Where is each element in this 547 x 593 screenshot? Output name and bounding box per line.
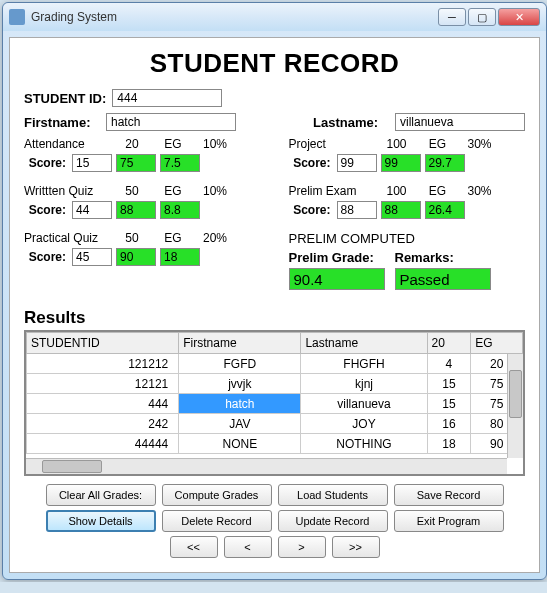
item-writtten-quiz: Writtten Quiz 50 EG 10% Score: 88 8.8 [24, 184, 261, 219]
delete-record-button[interactable]: Delete Record [162, 510, 272, 532]
eg-label: EG [152, 137, 194, 151]
col-header[interactable]: 20 [427, 333, 471, 354]
table-cell[interactable]: 16 [427, 414, 471, 434]
left-column: Attendance 20 EG 10% Score: 75 7.5 Writt… [24, 137, 261, 302]
table-row[interactable]: 444hatchvillanueva1575 [27, 394, 523, 414]
eg-label: EG [417, 137, 459, 151]
horizontal-scroll-thumb[interactable] [42, 460, 102, 473]
score-label: Score: [24, 156, 72, 170]
table-cell[interactable]: NOTHING [301, 434, 427, 454]
button-panel: Clear All Grades:Compute GradesLoad Stud… [24, 484, 525, 558]
table-cell[interactable]: FHGFH [301, 354, 427, 374]
score-label: Score: [24, 250, 72, 264]
table-row[interactable]: 44444NONENOTHING1890 [27, 434, 523, 454]
maximize-button[interactable]: ▢ [468, 8, 496, 26]
load-students-button[interactable]: Load Students [278, 484, 388, 506]
item-name: Writtten Quiz [24, 184, 112, 198]
table-row[interactable]: 121212FGFDFHGFH420 [27, 354, 523, 374]
score-input[interactable] [72, 154, 112, 172]
eg-value: 75 [116, 154, 156, 172]
col-header[interactable]: EG [471, 333, 523, 354]
results-table[interactable]: STUDENTIDFirstnameLastname20EG 121212FGF… [26, 332, 523, 454]
table-cell[interactable]: JAV [179, 414, 301, 434]
item-project: Project 100 EG 30% Score: 99 29.7 [289, 137, 526, 172]
lastname-input[interactable] [395, 113, 525, 131]
horizontal-scrollbar[interactable] [26, 458, 507, 474]
item-name: Practical Quiz [24, 231, 112, 245]
nav-first-button[interactable]: << [170, 536, 218, 558]
firstname-input[interactable] [106, 113, 236, 131]
lastname-label: Lastname: [313, 115, 389, 130]
weighted-value: 8.8 [160, 201, 200, 219]
minimize-button[interactable]: ─ [438, 8, 466, 26]
prelim-title: PRELIM COMPUTED [289, 231, 526, 246]
table-cell[interactable]: 4 [427, 354, 471, 374]
remarks-value: Passed [395, 268, 491, 290]
show-details-button[interactable]: Show Details [46, 510, 156, 532]
window-title: Grading System [31, 10, 438, 24]
compute-grades-button[interactable]: Compute Grades [162, 484, 272, 506]
student-id-label: STUDENT ID: [24, 91, 106, 106]
score-input[interactable] [72, 248, 112, 266]
pct-label: 30% [459, 137, 501, 151]
item-max: 100 [377, 184, 417, 198]
table-cell[interactable]: villanueva [301, 394, 427, 414]
nav-last-button[interactable]: >> [332, 536, 380, 558]
eg-label: EG [152, 231, 194, 245]
item-practical-quiz: Practical Quiz 50 EG 20% Score: 90 18 [24, 231, 261, 266]
item-max: 50 [112, 184, 152, 198]
titlebar[interactable]: Grading System ─ ▢ ✕ [3, 3, 546, 31]
table-cell[interactable]: 44444 [27, 434, 179, 454]
table-cell[interactable]: 12121 [27, 374, 179, 394]
update-record-button[interactable]: Update Record [278, 510, 388, 532]
nav-prev-button[interactable]: < [224, 536, 272, 558]
col-header[interactable]: Firstname [179, 333, 301, 354]
score-input[interactable] [337, 201, 377, 219]
nav-next-button[interactable]: > [278, 536, 326, 558]
item-prelim-exam: Prelim Exam 100 EG 30% Score: 88 26.4 [289, 184, 526, 219]
table-cell[interactable]: FGFD [179, 354, 301, 374]
col-header[interactable]: STUDENTID [27, 333, 179, 354]
eg-value: 88 [116, 201, 156, 219]
results-table-wrap: STUDENTIDFirstnameLastname20EG 121212FGF… [24, 330, 525, 476]
close-button[interactable]: ✕ [498, 8, 540, 26]
vertical-scroll-thumb[interactable] [509, 370, 522, 418]
table-cell[interactable]: 121212 [27, 354, 179, 374]
weighted-value: 29.7 [425, 154, 465, 172]
eg-value: 90 [116, 248, 156, 266]
table-cell[interactable]: 18 [427, 434, 471, 454]
table-cell[interactable]: jvvjk [179, 374, 301, 394]
eg-label: EG [152, 184, 194, 198]
score-input[interactable] [337, 154, 377, 172]
table-cell[interactable]: 444 [27, 394, 179, 414]
table-cell[interactable]: hatch [179, 394, 301, 414]
pct-label: 30% [459, 184, 501, 198]
exit-program-button[interactable]: Exit Program [394, 510, 504, 532]
table-cell[interactable]: 15 [427, 394, 471, 414]
app-icon [9, 9, 25, 25]
item-max: 20 [112, 137, 152, 151]
grading-window: Grading System ─ ▢ ✕ STUDENT RECORD STUD… [2, 2, 547, 580]
item-name: Prelim Exam [289, 184, 377, 198]
score-label: Score: [289, 156, 337, 170]
table-row[interactable]: 242JAVJOY1680 [27, 414, 523, 434]
save-record-button[interactable]: Save Record [394, 484, 504, 506]
weighted-value: 7.5 [160, 154, 200, 172]
pct-label: 10% [194, 137, 236, 151]
score-label: Score: [289, 203, 337, 217]
col-header[interactable]: Lastname [301, 333, 427, 354]
eg-value: 99 [381, 154, 421, 172]
table-cell[interactable]: 242 [27, 414, 179, 434]
pct-label: 20% [194, 231, 236, 245]
table-row[interactable]: 12121jvvjkkjnj1575 [27, 374, 523, 394]
table-cell[interactable]: 15 [427, 374, 471, 394]
table-cell[interactable]: JOY [301, 414, 427, 434]
prelim-computed: PRELIM COMPUTED Prelim Grade: Remarks: 9… [289, 231, 526, 290]
student-id-input[interactable] [112, 89, 222, 107]
clear-grades-button[interactable]: Clear All Grades: [46, 484, 156, 506]
score-input[interactable] [72, 201, 112, 219]
table-cell[interactable]: NONE [179, 434, 301, 454]
table-cell[interactable]: kjnj [301, 374, 427, 394]
vertical-scrollbar[interactable] [507, 354, 523, 458]
score-label: Score: [24, 203, 72, 217]
